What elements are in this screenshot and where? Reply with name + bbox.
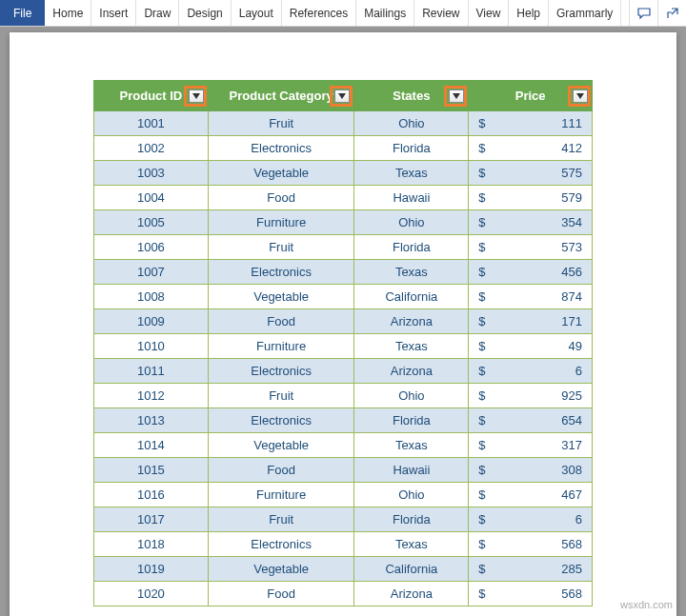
cell-cat[interactable]: Vegetable [208,557,354,582]
cell-id[interactable]: 1008 [94,285,209,309]
cell-state[interactable]: Ohio [354,483,469,507]
cell-price[interactable]: $317 [469,433,593,458]
cell-state[interactable]: Arizona [354,309,469,334]
cell-id[interactable]: 1013 [94,408,209,433]
cell-cat[interactable]: Food [208,309,354,334]
tab-insert[interactable]: Insert [91,0,136,26]
cell-id[interactable]: 1014 [94,433,209,458]
table-row[interactable]: 1015FoodHawaii$308 [94,458,593,483]
filter-dropdown-icon[interactable] [449,89,464,103]
cell-id[interactable]: 1005 [94,210,209,235]
cell-price[interactable]: $412 [469,136,593,161]
cell-state[interactable]: Ohio [354,384,469,408]
table-row[interactable]: 1006FruitFlorida$573 [94,235,593,260]
cell-cat[interactable]: Fruit [208,111,354,136]
table-row[interactable]: 1011ElectronicsArizona$6 [94,359,593,384]
table-row[interactable]: 1013ElectronicsFlorida$654 [94,408,593,433]
cell-id[interactable]: 1019 [94,557,209,582]
cell-price[interactable]: $925 [469,384,593,408]
tab-draw[interactable]: Draw [136,0,179,26]
cell-id[interactable]: 1006 [94,235,209,260]
cell-state[interactable]: California [354,285,469,309]
cell-price[interactable]: $568 [469,582,593,606]
tab-design[interactable]: Design [179,0,231,26]
cell-state[interactable]: California [354,557,469,582]
cell-cat[interactable]: Food [208,186,354,210]
cell-price[interactable]: $456 [469,260,593,285]
cell-id[interactable]: 1010 [94,334,209,359]
cell-state[interactable]: Texas [354,161,469,186]
cell-id[interactable]: 1004 [94,186,209,210]
cell-state[interactable]: Florida [354,235,469,260]
cell-price[interactable]: $308 [469,458,593,483]
table-row[interactable]: 1014VegetableTexas$317 [94,433,593,458]
cell-cat[interactable]: Fruit [208,507,354,532]
cell-cat[interactable]: Electronics [208,532,354,557]
cell-cat[interactable]: Electronics [208,359,354,384]
cell-state[interactable]: Ohio [354,111,469,136]
cell-state[interactable]: Texas [354,532,469,557]
table-row[interactable]: 1019VegetableCalifornia$285 [94,557,593,582]
table-row[interactable]: 1003VegetableTexas$575 [94,161,593,186]
cell-id[interactable]: 1017 [94,507,209,532]
cell-id[interactable]: 1012 [94,384,209,408]
cell-cat[interactable]: Furniture [208,334,354,359]
cell-state[interactable]: Ohio [354,210,469,235]
tab-file[interactable]: File [0,0,45,26]
cell-price[interactable]: $579 [469,186,593,210]
cell-cat[interactable]: Electronics [208,136,354,161]
cell-state[interactable]: Florida [354,136,469,161]
filter-dropdown-icon[interactable] [573,89,588,103]
cell-state[interactable]: Florida [354,408,469,433]
tab-mailings[interactable]: Mailings [356,0,414,26]
cell-state[interactable]: Florida [354,507,469,532]
cell-price[interactable]: $874 [469,285,593,309]
cell-cat[interactable]: Vegetable [208,433,354,458]
tab-home[interactable]: Home [45,0,91,26]
cell-id[interactable]: 1003 [94,161,209,186]
filter-dropdown-icon[interactable] [189,89,204,103]
tab-layout[interactable]: Layout [232,0,282,26]
cell-id[interactable]: 1018 [94,532,209,557]
cell-id[interactable]: 1009 [94,309,209,334]
cell-price[interactable]: $6 [469,507,593,532]
cell-price[interactable]: $573 [469,235,593,260]
tab-grammarly[interactable]: Grammarly [549,0,621,26]
cell-state[interactable]: Texas [354,260,469,285]
cell-price[interactable]: $575 [469,161,593,186]
cell-id[interactable]: 1020 [94,582,209,606]
cell-id[interactable]: 1002 [94,136,209,161]
table-row[interactable]: 1009FoodArizona$171 [94,309,593,334]
cell-cat[interactable]: Food [208,458,354,483]
cell-cat[interactable]: Furniture [208,483,354,507]
tab-help[interactable]: Help [509,0,549,26]
cell-id[interactable]: 1007 [94,260,209,285]
comments-button[interactable] [629,0,657,26]
share-button[interactable] [657,0,686,26]
table-row[interactable]: 1010FurnitureTexas$49 [94,334,593,359]
table-row[interactable]: 1018ElectronicsTexas$568 [94,532,593,557]
table-row[interactable]: 1002ElectronicsFlorida$412 [94,136,593,161]
table-row[interactable]: 1001FruitOhio$111 [94,111,593,136]
cell-price[interactable]: $654 [469,408,593,433]
table-row[interactable]: 1016FurnitureOhio$467 [94,483,593,507]
cell-id[interactable]: 1015 [94,458,209,483]
table-row[interactable]: 1008VegetableCalifornia$874 [94,285,593,309]
table-row[interactable]: 1005FurnitureOhio$354 [94,210,593,235]
cell-price[interactable]: $6 [469,359,593,384]
cell-id[interactable]: 1001 [94,111,209,136]
table-row[interactable]: 1017FruitFlorida$6 [94,507,593,532]
cell-cat[interactable]: Vegetable [208,161,354,186]
cell-cat[interactable]: Fruit [208,384,354,408]
tab-review[interactable]: Review [414,0,468,26]
cell-cat[interactable]: Electronics [208,260,354,285]
table-row[interactable]: 1012FruitOhio$925 [94,384,593,408]
cell-cat[interactable]: Fruit [208,235,354,260]
cell-state[interactable]: Hawaii [354,186,469,210]
table-row[interactable]: 1020FoodArizona$568 [94,582,593,606]
cell-state[interactable]: Texas [354,334,469,359]
cell-id[interactable]: 1016 [94,483,209,507]
cell-cat[interactable]: Food [208,582,354,606]
cell-price[interactable]: $171 [469,309,593,334]
table-row[interactable]: 1004FoodHawaii$579 [94,186,593,210]
